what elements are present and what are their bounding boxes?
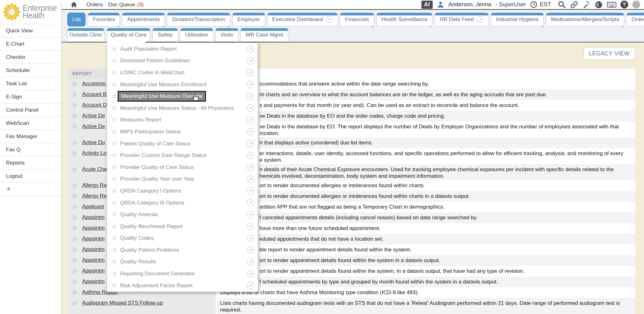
pin-icon[interactable] — [5, 186, 11, 193]
open-in-new-icon[interactable]: ↗ — [247, 93, 254, 100]
report-link[interactable]: Acute Che — [82, 166, 107, 173]
menu-item-meaningful-use-measure-enrollment[interactable]: ☆ Meaningful Use Measure Enrollment ↗ — [107, 79, 258, 91]
open-in-new-icon[interactable]: ↗ — [247, 140, 254, 147]
menu-item-mips-participation-status[interactable]: ☆ MIPS Participation Status ↗ — [107, 126, 258, 138]
open-in-new-icon[interactable]: ↗ — [247, 211, 254, 218]
favorite-star-icon[interactable]: ☆ — [112, 270, 117, 277]
report-link[interactable]: Active De — [82, 123, 105, 130]
menu-item-quality-patient-problems[interactable]: ☆ Quality Patient Problems ↗ — [107, 244, 258, 256]
open-in-new-icon[interactable]: ↗ — [247, 57, 254, 64]
tab-industrial-hygiene[interactable]: Industrial Hygiene ↗ — [491, 13, 544, 26]
favorite-star-icon[interactable]: ☆ — [112, 199, 117, 206]
favorite-star-icon[interactable]: ☆ — [72, 225, 77, 232]
report-link[interactable]: Active De — [82, 112, 105, 119]
favorite-star-icon[interactable]: ☆ — [72, 246, 77, 253]
tab-executive-dashboard[interactable]: Executive Dashboard ↗ — [267, 13, 338, 26]
link-icon[interactable] — [570, 1, 578, 9]
menu-item-provider-custom-date-range-status[interactable]: ☆ Provider Custom Date Range Status ↗ — [107, 149, 258, 161]
report-link[interactable]: Appointm — [82, 257, 105, 264]
favorite-star-icon[interactable]: ☆ — [112, 235, 117, 242]
favorite-star-icon[interactable]: ☆ — [112, 69, 117, 76]
breadcrumb-orders[interactable]: Orders — [86, 2, 103, 8]
open-in-new-icon[interactable]: ↗ — [247, 282, 254, 289]
report-link[interactable]: Accommo — [82, 80, 106, 87]
favorite-star-icon[interactable]: ☆ — [72, 102, 77, 109]
open-in-new-icon[interactable]: ↗ — [247, 45, 254, 53]
favorite-star-icon[interactable]: ☆ — [112, 176, 117, 182]
favorite-star-icon[interactable]: ☆ — [72, 112, 77, 119]
tab-financials[interactable]: Financials ↗ — [340, 13, 374, 26]
open-in-new-icon[interactable]: ↗ — [247, 128, 254, 135]
open-in-new-icon[interactable]: ↗ — [247, 176, 254, 183]
report-link[interactable]: Active Du — [82, 139, 105, 146]
sidebar-item-checkin[interactable]: Checkin — [0, 51, 61, 64]
sidebar-item-e-chart[interactable]: E-Chart — [0, 37, 61, 51]
open-in-new-icon[interactable]: ↗ — [247, 270, 254, 278]
sidebar-item-fax-manager[interactable]: Fax Manager — [0, 130, 61, 143]
tab-hr-data-feed[interactable]: HR Data Feed ↗ — [435, 13, 489, 26]
user-name[interactable]: Anderson, Jenna — [448, 1, 491, 8]
globe-icon[interactable] — [595, 1, 603, 9]
breadcrumb-doc-queue[interactable]: Doc Queue — [108, 2, 135, 8]
tab-safety[interactable]: Safety ↗ — [153, 28, 178, 42]
open-in-new-icon[interactable]: ↗ — [247, 116, 254, 124]
sidebar-item-logout[interactable]: Logout — [0, 170, 61, 183]
report-link[interactable]: Applicant — [82, 203, 104, 210]
favorite-star-icon[interactable]: ☆ — [72, 150, 77, 157]
tab-health-surveillance[interactable]: Health Surveillance ↗ — [376, 13, 432, 26]
tab-list[interactable]: List ↗ — [67, 13, 86, 26]
report-link[interactable]: Account B — [82, 91, 107, 98]
report-link[interactable]: Account D — [82, 102, 107, 109]
open-in-new-icon[interactable]: ↗ — [247, 187, 254, 194]
sidebar-item-fax-q[interactable]: Fax Q — [0, 143, 61, 156]
favorite-star-icon[interactable]: ☆ — [112, 46, 117, 53]
favorite-star-icon[interactable]: ☆ — [112, 152, 117, 159]
favorite-star-icon[interactable]: ☆ — [112, 223, 117, 230]
favorite-star-icon[interactable]: ☆ — [72, 267, 77, 274]
tab-orders[interactable]: Orders ↗ — [626, 13, 644, 26]
favorite-star-icon[interactable]: ☆ — [112, 258, 117, 265]
report-link[interactable]: Appointm — [82, 278, 105, 285]
favorite-star-icon[interactable]: ☆ — [72, 166, 77, 173]
open-in-new-icon[interactable]: ↗ — [247, 104, 254, 112]
menu-item-risk-adjustment-factor-report[interactable]: ☆ Risk Adjustment Factor Report ↗ — [107, 280, 258, 292]
wand-icon[interactable] — [582, 1, 591, 9]
favorite-star-icon[interactable]: ☆ — [72, 139, 77, 146]
favorite-star-icon[interactable]: ☆ — [112, 116, 117, 123]
favorite-star-icon[interactable]: ☆ — [72, 91, 77, 98]
open-in-new-icon[interactable]: ↗ — [247, 258, 254, 266]
report-link[interactable]: Appointm — [82, 225, 105, 232]
report-link[interactable]: Allergy Re — [82, 193, 107, 199]
favorite-star-icon[interactable]: ☆ — [112, 282, 117, 289]
favorite-star-icon[interactable]: ☆ — [112, 140, 117, 147]
report-link[interactable]: Allergy Re — [82, 182, 107, 189]
menu-item-quality-benchmark-report[interactable]: ☆ Quality Benchmark Report ↗ — [107, 221, 258, 233]
sidebar-item-e-sign[interactable]: E-Sign — [0, 90, 61, 104]
menu-item-audit-population-report[interactable]: ☆ Audit Population Report ↗ — [107, 43, 258, 55]
favorite-star-icon[interactable]: ☆ — [72, 203, 77, 210]
sidebar-item-quick-view[interactable]: Quick View — [0, 24, 61, 37]
favorite-star-icon[interactable]: ☆ — [72, 300, 77, 306]
favorite-star-icon[interactable]: ☆ — [72, 80, 77, 87]
sidebar-item-scheduler[interactable]: Scheduler — [0, 64, 61, 77]
menu-item-quality-results[interactable]: ☆ Quality Results ↗ — [107, 256, 258, 268]
sidebar-item-reports[interactable]: Reports — [0, 156, 61, 170]
report-link[interactable]: Appointm — [82, 246, 105, 253]
menu-item-provider-quality-of-care-status[interactable]: ☆ Provider Quality of Care Status ↗ — [107, 161, 258, 173]
favorite-star-icon[interactable]: ☆ — [112, 211, 117, 218]
open-in-new-icon[interactable]: ↗ — [247, 152, 254, 159]
open-in-new-icon[interactable]: ↗ — [247, 246, 254, 254]
clock-icon[interactable] — [530, 1, 538, 8]
tab-medications-allergies-scripts[interactable]: Medications/Allergies/Scripts ↗ — [546, 13, 624, 26]
open-in-new-icon[interactable]: ↗ — [247, 199, 254, 206]
tab-quality-of-care[interactable]: Quality of Care ↗ — [107, 28, 150, 42]
menu-item-reporting-document-generator[interactable]: ☆ Reporting Document Generator ↗ — [107, 268, 258, 280]
open-in-new-icon[interactable]: ↗ — [247, 164, 254, 171]
report-link[interactable]: Audiogram Missed STS Follow-up — [82, 300, 163, 306]
sidebar-item-control-panel[interactable]: Control Panel — [0, 104, 61, 117]
menu-item-meaningful-use-measure-override[interactable]: ☆ Meaningful Use Measure Override ↗ — [107, 90, 258, 102]
tab-utilization[interactable]: Utilization ↗ — [180, 28, 214, 42]
menu-item-loinc-codes-in-webchart[interactable]: ☆ LOINC Codes in WebChart ↗ — [107, 67, 258, 79]
home-icon[interactable] — [70, 1, 78, 8]
favorite-star-icon[interactable]: ☆ — [112, 105, 117, 112]
